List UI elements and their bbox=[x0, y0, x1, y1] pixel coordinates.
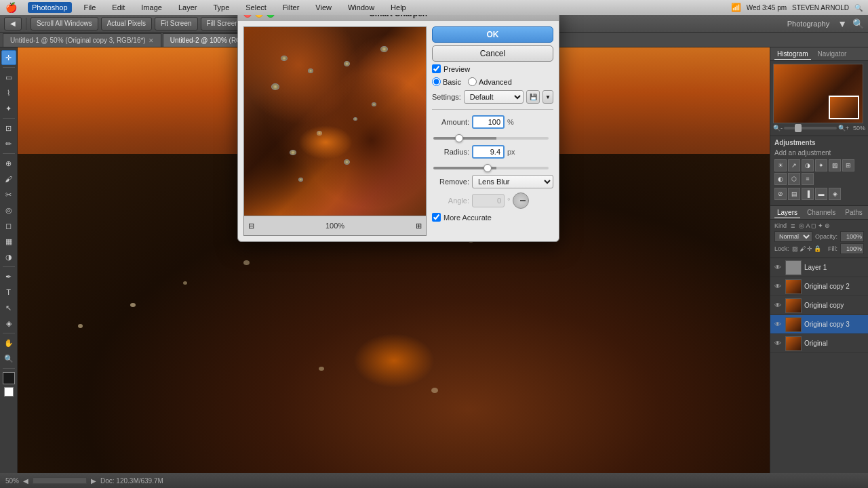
zoom-out-icon[interactable]: 🔍- bbox=[773, 125, 783, 131]
smart-sharpen-dialog[interactable]: Smart Sharpen bbox=[237, 5, 559, 242]
menu-help[interactable]: Help bbox=[387, 2, 410, 13]
tool-eyedropper[interactable]: ✏ bbox=[1, 136, 16, 151]
tab-navigator[interactable]: Navigator bbox=[815, 49, 850, 59]
tool-text[interactable]: T bbox=[1, 285, 16, 300]
tool-zoom[interactable]: 🔍 bbox=[1, 351, 16, 366]
menu-edit[interactable]: Edit bbox=[108, 2, 129, 13]
angle-input[interactable] bbox=[472, 194, 505, 207]
zoom-in-icon[interactable]: 🔍+ bbox=[838, 125, 849, 131]
search-icon[interactable]: 🔍 bbox=[854, 4, 863, 12]
tool-crop[interactable]: ⊡ bbox=[1, 121, 16, 136]
adj-gradient-map[interactable]: ▬ bbox=[815, 188, 827, 200]
tool-brush[interactable]: 🖌 bbox=[1, 171, 16, 186]
menu-select[interactable]: Select bbox=[241, 2, 271, 13]
radio-basic[interactable]: Basic bbox=[432, 77, 461, 86]
fit-screen-btn[interactable]: Fit Screen bbox=[155, 17, 198, 30]
lock-all-icon[interactable]: 🔒 bbox=[814, 245, 821, 252]
radio-basic-input[interactable] bbox=[432, 77, 441, 86]
menu-type[interactable]: Type bbox=[209, 2, 233, 13]
fill-input[interactable] bbox=[840, 243, 864, 254]
settings-menu-btn[interactable]: ▼ bbox=[542, 90, 553, 104]
tool-history[interactable]: ◎ bbox=[1, 203, 16, 218]
layer-eye-3[interactable]: 👁 bbox=[773, 301, 783, 310]
lock-paint-icon[interactable]: 🖌 bbox=[800, 245, 806, 252]
status-nav-left[interactable]: ◀ bbox=[23, 477, 28, 485]
menu-window[interactable]: Window bbox=[344, 2, 378, 13]
workspace-menu-icon[interactable]: ▼ bbox=[837, 18, 847, 29]
opacity-input[interactable] bbox=[840, 231, 864, 242]
layer-eye-1[interactable]: 👁 bbox=[773, 263, 783, 272]
radio-advanced[interactable]: Advanced bbox=[468, 77, 512, 86]
menu-filter[interactable]: Filter bbox=[279, 2, 303, 13]
ok-button[interactable]: OK bbox=[432, 26, 553, 43]
adj-selective-color[interactable]: ◈ bbox=[829, 188, 841, 200]
layer-item-5[interactable]: 👁 Original bbox=[770, 334, 868, 353]
tool-clone[interactable]: ✂ bbox=[1, 187, 16, 202]
tab-paths[interactable]: Paths bbox=[842, 207, 865, 218]
tool-shape[interactable]: ◈ bbox=[1, 316, 16, 331]
navigator-viewport[interactable] bbox=[829, 96, 859, 119]
menu-file[interactable]: File bbox=[80, 2, 100, 13]
menu-photoshop[interactable]: Photoshop bbox=[28, 2, 72, 13]
status-nav-right[interactable]: ▶ bbox=[91, 477, 96, 485]
tool-options-arrow[interactable]: ◀ bbox=[4, 17, 22, 30]
tool-lasso[interactable]: ⌇ bbox=[1, 85, 16, 100]
layer-item-2[interactable]: 👁 Original copy 2 bbox=[770, 277, 868, 296]
adj-vibrance[interactable]: ✦ bbox=[815, 159, 827, 171]
background-color[interactable] bbox=[4, 387, 14, 396]
tab-channels[interactable]: Channels bbox=[804, 207, 838, 218]
adj-bw[interactable]: ◐ bbox=[774, 173, 787, 185]
adj-photo-filter[interactable]: ⬡ bbox=[788, 173, 800, 185]
amount-input[interactable] bbox=[472, 115, 505, 129]
layer-item-1[interactable]: 👁 Layer 1 bbox=[770, 258, 868, 277]
tool-hand[interactable]: ✋ bbox=[1, 336, 16, 350]
layer-item-4[interactable]: 👁 Original copy 3 bbox=[770, 315, 868, 334]
tool-dodge[interactable]: ◑ bbox=[1, 249, 16, 264]
cancel-button[interactable]: Cancel bbox=[432, 45, 553, 62]
lock-move-icon[interactable]: ✛ bbox=[807, 245, 812, 252]
tool-pen[interactable]: ✒ bbox=[1, 269, 16, 284]
menu-view[interactable]: View bbox=[311, 2, 336, 13]
tool-gradient[interactable]: ▦ bbox=[1, 234, 16, 249]
more-accurate-checkbox[interactable] bbox=[432, 213, 441, 222]
tool-healing[interactable]: ⊕ bbox=[1, 156, 16, 171]
preview-image[interactable] bbox=[243, 26, 427, 216]
adj-threshold[interactable]: ▐ bbox=[802, 188, 814, 200]
adj-invert[interactable]: ⊘ bbox=[774, 188, 787, 200]
zoom-slider[interactable] bbox=[784, 127, 837, 129]
adj-colorbalance[interactable]: ⊞ bbox=[842, 159, 854, 171]
layer-eye-5[interactable]: 👁 bbox=[773, 339, 783, 348]
adj-hsl[interactable]: ▨ bbox=[829, 159, 841, 171]
adj-brightness[interactable]: ☀ bbox=[774, 159, 787, 171]
adj-exposure[interactable]: ◑ bbox=[802, 159, 814, 171]
preview-checkbox[interactable] bbox=[432, 64, 441, 73]
apple-menu[interactable]: 🍎 bbox=[5, 2, 17, 13]
lock-transparent-icon[interactable]: ▨ bbox=[792, 245, 798, 252]
menu-layer[interactable]: Layer bbox=[174, 2, 201, 13]
radius-slider[interactable] bbox=[433, 167, 549, 169]
tool-marquee[interactable]: ▭ bbox=[1, 70, 16, 85]
amount-slider[interactable] bbox=[433, 137, 549, 140]
settings-save-btn[interactable]: 💾 bbox=[526, 90, 540, 104]
scroll-all-windows-btn[interactable]: Scroll All Windows bbox=[31, 17, 98, 30]
preview-zoom-out-btn[interactable]: ⊟ bbox=[244, 219, 258, 232]
remove-select[interactable]: Lens Blur Gaussian Blur Motion Blur bbox=[472, 175, 553, 188]
menu-image[interactable]: Image bbox=[137, 2, 166, 13]
foreground-color[interactable] bbox=[3, 372, 15, 384]
actual-pixels-btn[interactable]: Actual Pixels bbox=[101, 17, 152, 30]
tab-untitled1[interactable]: Untitled-1 @ 50% (Original copy 3, RGB/1… bbox=[3, 33, 161, 47]
adj-channel-mixer[interactable]: ≡ bbox=[802, 173, 814, 185]
radio-advanced-input[interactable] bbox=[468, 77, 477, 86]
adj-curves[interactable]: ↗ bbox=[788, 159, 800, 171]
tool-eraser[interactable]: ◻ bbox=[1, 218, 16, 233]
adj-posterize[interactable]: ▤ bbox=[788, 188, 800, 200]
settings-select[interactable]: Default bbox=[464, 90, 524, 104]
tab-layers[interactable]: Layers bbox=[774, 207, 800, 218]
tool-magic-wand[interactable]: ✦ bbox=[1, 101, 16, 116]
angle-dial[interactable] bbox=[513, 192, 529, 209]
layer-item-3[interactable]: 👁 Original copy bbox=[770, 296, 868, 315]
tool-move[interactable]: ✛ bbox=[1, 50, 16, 65]
preview-zoom-in-btn[interactable]: ⊞ bbox=[412, 219, 426, 232]
tab-histogram[interactable]: Histogram bbox=[774, 49, 811, 60]
tab-close-1[interactable]: ✕ bbox=[149, 37, 154, 44]
